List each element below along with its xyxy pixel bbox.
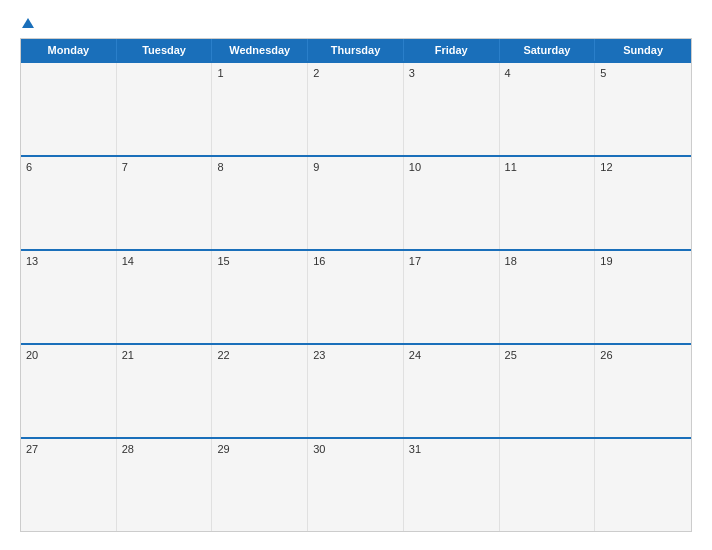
day-number: 31 <box>409 443 494 455</box>
day-cell: 14 <box>117 251 213 343</box>
day-cell: 7 <box>117 157 213 249</box>
day-cell <box>595 439 691 531</box>
day-number: 8 <box>217 161 302 173</box>
day-cell: 29 <box>212 439 308 531</box>
day-number: 19 <box>600 255 686 267</box>
day-cell: 21 <box>117 345 213 437</box>
day-cell: 23 <box>308 345 404 437</box>
day-cell: 18 <box>500 251 596 343</box>
day-cell: 1 <box>212 63 308 155</box>
calendar-page: MondayTuesdayWednesdayThursdayFridaySatu… <box>0 0 712 550</box>
day-cell: 17 <box>404 251 500 343</box>
day-cell: 5 <box>595 63 691 155</box>
day-cell: 8 <box>212 157 308 249</box>
day-number: 1 <box>217 67 302 79</box>
calendar-grid: MondayTuesdayWednesdayThursdayFridaySatu… <box>20 38 692 532</box>
day-number: 5 <box>600 67 686 79</box>
day-cell <box>21 63 117 155</box>
day-cell: 12 <box>595 157 691 249</box>
day-headers-row: MondayTuesdayWednesdayThursdayFridaySatu… <box>21 39 691 61</box>
day-header-friday: Friday <box>404 39 500 61</box>
week-row-4: 20212223242526 <box>21 343 691 437</box>
day-number: 24 <box>409 349 494 361</box>
day-number: 11 <box>505 161 590 173</box>
day-number: 16 <box>313 255 398 267</box>
day-header-monday: Monday <box>21 39 117 61</box>
day-cell: 20 <box>21 345 117 437</box>
day-cell: 26 <box>595 345 691 437</box>
day-number: 23 <box>313 349 398 361</box>
day-cell <box>500 439 596 531</box>
day-number: 6 <box>26 161 111 173</box>
day-cell: 10 <box>404 157 500 249</box>
day-cell: 25 <box>500 345 596 437</box>
day-cell: 31 <box>404 439 500 531</box>
day-cell: 6 <box>21 157 117 249</box>
day-cell: 2 <box>308 63 404 155</box>
day-cell: 4 <box>500 63 596 155</box>
day-header-wednesday: Wednesday <box>212 39 308 61</box>
day-number: 12 <box>600 161 686 173</box>
day-number: 20 <box>26 349 111 361</box>
day-number: 15 <box>217 255 302 267</box>
day-number: 4 <box>505 67 590 79</box>
day-header-tuesday: Tuesday <box>117 39 213 61</box>
day-number: 29 <box>217 443 302 455</box>
day-number: 25 <box>505 349 590 361</box>
day-number: 22 <box>217 349 302 361</box>
day-number: 3 <box>409 67 494 79</box>
day-number: 18 <box>505 255 590 267</box>
day-cell: 28 <box>117 439 213 531</box>
week-row-2: 6789101112 <box>21 155 691 249</box>
day-header-sunday: Sunday <box>595 39 691 61</box>
header <box>20 18 692 28</box>
day-cell <box>117 63 213 155</box>
day-cell: 15 <box>212 251 308 343</box>
day-number: 10 <box>409 161 494 173</box>
day-cell: 11 <box>500 157 596 249</box>
logo <box>20 18 34 28</box>
day-number: 7 <box>122 161 207 173</box>
week-row-3: 13141516171819 <box>21 249 691 343</box>
day-number: 26 <box>600 349 686 361</box>
day-number: 27 <box>26 443 111 455</box>
day-cell: 30 <box>308 439 404 531</box>
day-number: 13 <box>26 255 111 267</box>
day-cell: 27 <box>21 439 117 531</box>
day-cell: 13 <box>21 251 117 343</box>
day-number: 21 <box>122 349 207 361</box>
day-number: 28 <box>122 443 207 455</box>
day-number: 9 <box>313 161 398 173</box>
day-cell: 16 <box>308 251 404 343</box>
day-cell: 24 <box>404 345 500 437</box>
day-number: 30 <box>313 443 398 455</box>
day-cell: 22 <box>212 345 308 437</box>
day-cell: 9 <box>308 157 404 249</box>
day-cell: 19 <box>595 251 691 343</box>
day-header-thursday: Thursday <box>308 39 404 61</box>
day-number: 2 <box>313 67 398 79</box>
week-row-1: 12345 <box>21 61 691 155</box>
logo-triangle-icon <box>22 18 34 28</box>
day-cell: 3 <box>404 63 500 155</box>
day-number: 14 <box>122 255 207 267</box>
weeks-container: 1234567891011121314151617181920212223242… <box>21 61 691 531</box>
week-row-5: 2728293031 <box>21 437 691 531</box>
day-header-saturday: Saturday <box>500 39 596 61</box>
day-number: 17 <box>409 255 494 267</box>
